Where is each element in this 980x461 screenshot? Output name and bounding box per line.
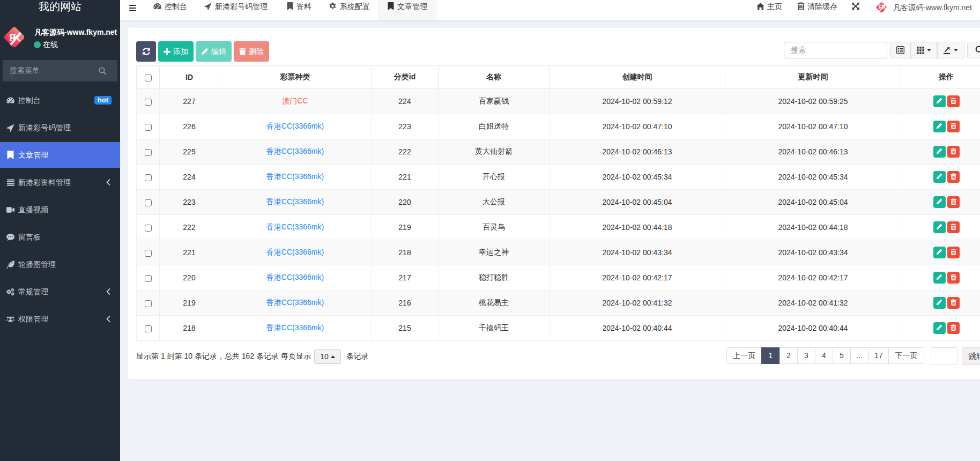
svg-text:FK: FK	[878, 4, 886, 10]
svg-text:K: K	[13, 31, 21, 43]
